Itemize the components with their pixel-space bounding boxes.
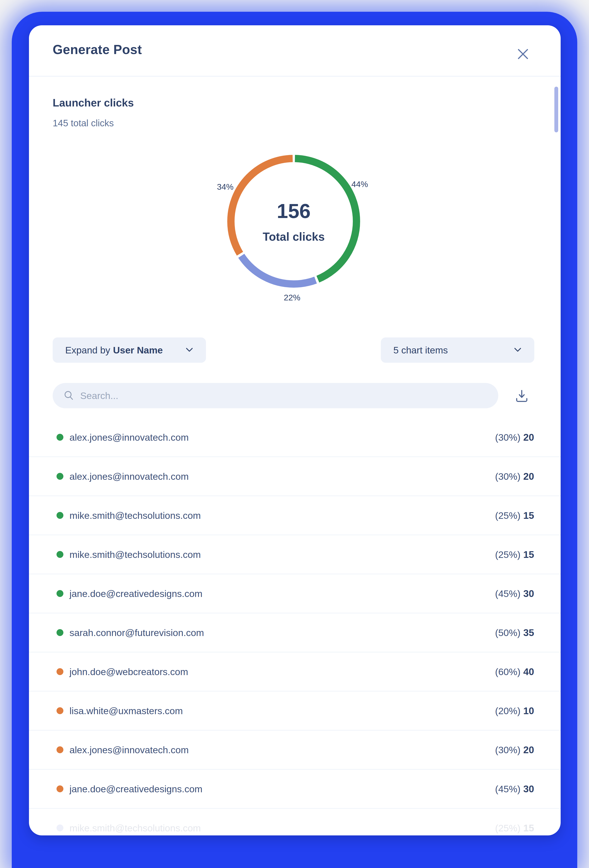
row-metric: (60%) 40 (495, 666, 534, 677)
status-dot-icon (56, 707, 64, 714)
row-metric: (25%) 15 (495, 549, 534, 560)
row-email: alex.jones@innovatech.com (70, 744, 189, 756)
row-count: 15 (523, 822, 534, 834)
table-row: alex.jones@innovatech.com (30%) 20 (29, 418, 561, 457)
row-metric: (30%) 20 (495, 471, 534, 482)
header-divider (29, 76, 561, 77)
status-dot-icon (56, 473, 64, 480)
row-metric: (45%) 30 (495, 588, 534, 599)
status-dot-icon (56, 629, 64, 636)
section-heading: Launcher clicks (53, 97, 134, 109)
row-email: alex.jones@innovatech.com (70, 471, 189, 482)
page-title: Generate Post (53, 42, 142, 57)
row-email: sarah.connor@futurevision.com (70, 627, 204, 638)
status-dot-icon (56, 434, 64, 441)
row-metric: (25%) 15 (495, 510, 534, 521)
row-count: 20 (523, 744, 534, 756)
expand-by-value: User Name (113, 344, 163, 356)
row-percent: (45%) (495, 588, 520, 599)
table-row: mike.smith@techsolutions.com (25%) 15 (29, 496, 561, 535)
row-percent: (25%) (495, 510, 520, 521)
donut-label-blue: 22% (284, 293, 300, 303)
table-row: sarah.connor@futurevision.com (50%) 35 (29, 613, 561, 652)
status-dot-icon (56, 512, 64, 519)
donut-label-orange: 34% (217, 182, 234, 192)
close-button[interactable] (517, 48, 529, 60)
row-count: 40 (523, 666, 534, 677)
download-button[interactable] (515, 389, 529, 403)
row-metric: (45%) 30 (495, 783, 534, 794)
table-row: jane.doe@creativedesigns.com (45%) 30 (29, 770, 561, 809)
row-count: 30 (523, 783, 534, 794)
row-count: 30 (523, 588, 534, 599)
status-dot-icon (56, 590, 64, 597)
expand-by-dropdown[interactable]: Expand by User Name (53, 337, 206, 363)
row-email: mike.smith@techsolutions.com (70, 549, 201, 560)
chart-items-value: 5 chart items (393, 344, 448, 356)
expand-by-prefix: Expand by (65, 344, 110, 356)
download-icon (515, 401, 529, 404)
table-row: alex.jones@innovatech.com (30%) 20 (29, 731, 561, 770)
chevron-down-icon (513, 345, 522, 355)
row-metric: (50%) 35 (495, 627, 534, 638)
row-email: jane.doe@creativedesigns.com (70, 783, 202, 794)
status-dot-icon (56, 551, 64, 558)
row-email: john.doe@webcreators.com (70, 666, 188, 677)
row-email: mike.smith@techsolutions.com (70, 510, 201, 521)
row-percent: (45%) (495, 783, 520, 794)
row-percent: (25%) (495, 822, 520, 834)
table-row: mike.smith@techsolutions.com (25%) 15 (29, 809, 561, 836)
page: Generate Post Launcher clicks 145 total … (0, 0, 589, 868)
row-metric: (30%) 20 (495, 744, 534, 756)
chart-items-dropdown[interactable]: 5 chart items (381, 337, 534, 363)
table-row: mike.smith@techsolutions.com (25%) 15 (29, 535, 561, 574)
search-bar (53, 383, 498, 408)
section-subtitle: 145 total clicks (53, 118, 114, 128)
row-percent: (25%) (495, 549, 520, 560)
row-percent: (20%) (495, 705, 520, 716)
donut-label-green: 44% (351, 180, 368, 189)
generate-post-modal: Generate Post Launcher clicks 145 total … (29, 25, 561, 836)
row-count: 20 (523, 471, 534, 482)
table-row: jane.doe@creativedesigns.com (45%) 30 (29, 574, 561, 613)
row-metric: (30%) 20 (495, 432, 534, 443)
row-count: 15 (523, 510, 534, 521)
close-icon (517, 58, 529, 61)
row-email: mike.smith@techsolutions.com (70, 822, 201, 834)
row-percent: (50%) (495, 627, 520, 638)
search-icon (63, 390, 74, 402)
scrollbar-thumb[interactable] (554, 87, 558, 132)
row-percent: (60%) (495, 666, 520, 677)
row-count: 15 (523, 549, 534, 560)
search-input[interactable] (80, 390, 465, 402)
row-email: jane.doe@creativedesigns.com (70, 588, 202, 599)
row-percent: (30%) (495, 471, 520, 482)
status-dot-icon (56, 824, 64, 831)
chevron-down-icon (185, 345, 194, 355)
row-email: lisa.white@uxmasters.com (70, 705, 183, 716)
row-count: 10 (523, 705, 534, 716)
row-metric: (25%) 15 (495, 822, 534, 834)
status-dot-icon (56, 746, 64, 753)
table-row: john.doe@webcreators.com (60%) 40 (29, 652, 561, 691)
row-count: 35 (523, 627, 534, 638)
modal-header: Generate Post (29, 25, 561, 76)
donut-chart (217, 144, 371, 298)
status-dot-icon (56, 668, 64, 675)
row-count: 20 (523, 432, 534, 443)
row-percent: (30%) (495, 744, 520, 756)
table-row: alex.jones@innovatech.com (30%) 20 (29, 457, 561, 496)
row-email: alex.jones@innovatech.com (70, 432, 189, 443)
row-metric: (20%) 10 (495, 705, 534, 716)
status-dot-icon (56, 785, 64, 792)
row-percent: (30%) (495, 432, 520, 443)
results-list: alex.jones@innovatech.com (30%) 20 alex.… (29, 418, 561, 836)
table-row: lisa.white@uxmasters.com (20%) 10 (29, 691, 561, 731)
